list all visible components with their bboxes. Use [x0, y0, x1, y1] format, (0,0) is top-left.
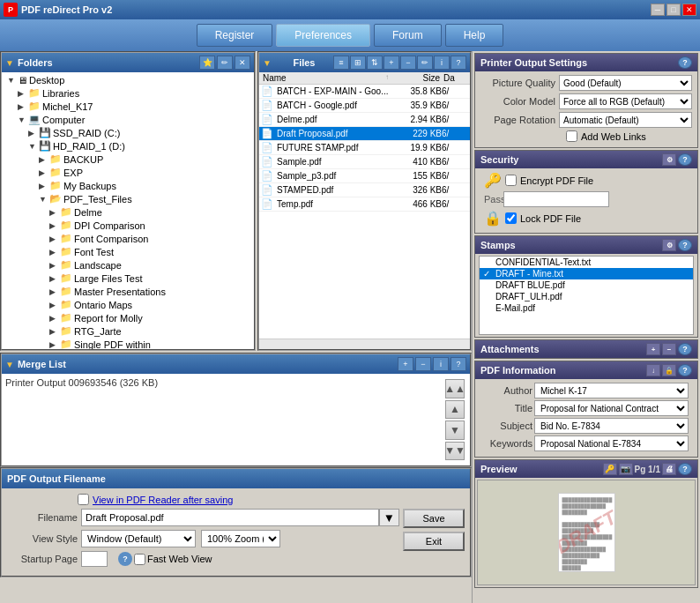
pdf-info-download-icon[interactable]: ↓ — [646, 364, 660, 376]
tree-item-libraries[interactable]: ▶ 📁 Libraries — [4, 86, 252, 100]
merge-help-btn[interactable]: ? — [451, 357, 466, 371]
tree-item-exp[interactable]: ▶ 📁 EXP — [4, 166, 252, 179]
tree-toggle-libraries[interactable]: ▶ — [18, 89, 28, 98]
subject-select[interactable]: Bid No. E-7834 — [534, 418, 689, 434]
tree-item-fonttest[interactable]: ▶ 📁 Font Test — [4, 245, 252, 258]
col-name[interactable]: Name — [261, 73, 385, 83]
tree-toggle-pdftestfiles[interactable]: ▼ — [39, 195, 49, 204]
tree-toggle-fontcomp[interactable]: ▶ — [49, 234, 60, 243]
keywords-select[interactable]: Proposal National E-7834 — [534, 436, 689, 451]
col-size[interactable]: Size — [389, 73, 442, 83]
stamps-gear-icon[interactable]: ⚙ — [662, 239, 676, 251]
file-row[interactable]: 📄 Delme.pdf 2.94 KB 6/ — [259, 113, 470, 127]
tree-toggle-dpicomp[interactable]: ▶ — [49, 221, 60, 230]
tree-item-mybackups[interactable]: ▶ 📁 My Backups — [4, 179, 252, 192]
tree-item-masterpres[interactable]: ▶ 📁 Master Presentations — [4, 285, 252, 298]
merge-remove-btn[interactable]: − — [415, 357, 431, 371]
stamp-item-1[interactable]: ✓ DRAFT - Mine.txt — [480, 268, 693, 279]
security-help-icon[interactable]: ? — [678, 153, 692, 166]
security-gear-icon[interactable]: ⚙ — [662, 153, 676, 166]
merge-move-bottom[interactable]: ▼▼ — [445, 442, 465, 461]
author-select[interactable]: Michel K-17 — [534, 383, 689, 398]
tree-item-pdftestfiles[interactable]: ▼ 📂 PDF_Test_Files — [4, 192, 252, 205]
tree-item-michel[interactable]: ▶ 📁 Michel_K17 — [4, 100, 252, 113]
stamps-list[interactable]: CONFIDENTIAL-Text.txt ✓ DRAFT - Mine.txt… — [479, 256, 694, 335]
files-scrollbar[interactable] — [259, 339, 470, 349]
tree-toggle-masterpres[interactable]: ▶ — [49, 287, 60, 296]
tree-toggle-singlepdf[interactable]: ▶ — [49, 340, 60, 349]
preview-key-icon[interactable]: 🔑 — [603, 463, 617, 475]
tree-toggle-largefiles[interactable]: ▶ — [49, 274, 60, 283]
merge-move-down[interactable]: ▼ — [445, 421, 465, 440]
minimize-button[interactable]: ─ — [651, 4, 665, 16]
file-row[interactable]: 📄 Sample_p3.pdf 155 KB 6/ — [259, 169, 470, 183]
tree-item-fontcomp[interactable]: ▶ 📁 Font Comparison — [4, 232, 252, 245]
close-button[interactable]: ✕ — [682, 4, 696, 16]
folders-icon-remove[interactable]: ✕ — [235, 56, 250, 70]
merge-list-area[interactable]: Printer Output 009693546 (326 KB) — [5, 377, 443, 462]
filename-browse-btn[interactable]: ▼ — [379, 509, 399, 526]
tree-toggle-hd[interactable]: ▼ — [28, 142, 39, 151]
col-date[interactable]: Da — [442, 73, 468, 83]
register-button[interactable]: Register — [197, 24, 273, 47]
file-row[interactable]: 📄 Temp.pdf 466 KB 6/ — [259, 197, 470, 212]
save-button[interactable]: Save — [403, 509, 465, 528]
tree-toggle-fonttest[interactable]: ▶ — [49, 248, 60, 257]
stamp-item-0[interactable]: CONFIDENTIAL-Text.txt — [480, 257, 693, 268]
tree-item-rtgjarte[interactable]: ▶ 📁 RTG_Jarte — [4, 324, 252, 338]
stamp-item-4[interactable]: E-Mail.pdf — [480, 302, 693, 314]
merge-info-btn[interactable]: i — [433, 357, 449, 371]
viewstyle-select[interactable]: Window (Default) — [81, 530, 196, 547]
preview-camera-icon[interactable]: 📷 — [619, 463, 633, 475]
tree-toggle-ssd[interactable]: ▶ — [28, 129, 39, 138]
files-edit[interactable]: ✏ — [417, 56, 433, 70]
tree-toggle-reportmolly[interactable]: ▶ — [49, 314, 60, 323]
restore-button[interactable]: □ — [666, 4, 681, 16]
files-help[interactable]: ? — [451, 56, 466, 70]
files-info[interactable]: i — [434, 56, 450, 70]
exit-button[interactable]: Exit — [403, 532, 465, 551]
picture-quality-select[interactable]: Good (Default) — [559, 75, 692, 91]
fast-web-view-checkbox[interactable] — [134, 554, 145, 565]
tree-item-largefiles[interactable]: ▶ 📁 Large Files Test — [4, 272, 252, 285]
file-row[interactable]: 📄 BATCH - EXP-MAIN - Goo... 35.8 KB 6/ — [259, 85, 470, 99]
zoom-select[interactable]: 100% Zoom (De... — [201, 530, 280, 547]
tree-item-reportmolly[interactable]: ▶ 📁 Report for Molly — [4, 311, 252, 324]
tree-item-backup[interactable]: ▶ 📁 BACKUP — [4, 153, 252, 166]
tree-item-computer[interactable]: ▼ 💻 Computer — [4, 113, 252, 126]
folders-icon-add[interactable]: ⭐ — [199, 56, 215, 70]
color-model-select[interactable]: Force all to RGB (Default) — [559, 93, 692, 109]
file-row[interactable]: 📄 STAMPED.pdf 326 KB 6/ — [259, 183, 470, 197]
files-list[interactable]: Name ↑ Size Da 📄 BATCH - EXP-MAIN - Goo.… — [259, 72, 470, 339]
tree-toggle-landscape[interactable]: ▶ — [49, 261, 60, 270]
view-in-reader-checkbox[interactable] — [78, 494, 89, 505]
files-view-list[interactable]: ≡ — [333, 56, 349, 70]
title-select[interactable]: Proposal for National Contract — [534, 400, 689, 416]
forum-button[interactable]: Forum — [374, 24, 442, 47]
tree-toggle-mybackups[interactable]: ▶ — [39, 182, 49, 190]
pdf-info-lock-icon[interactable]: 🔒 — [662, 364, 676, 376]
merge-move-top[interactable]: ▲▲ — [445, 379, 465, 398]
attachments-remove-icon[interactable]: − — [662, 343, 676, 355]
stamp-item-2[interactable]: DRAFT BLUE.pdf — [480, 279, 693, 291]
tree-item-ontariomaps[interactable]: ▶ 📁 Ontario Maps — [4, 298, 252, 311]
tree-item-desktop[interactable]: ▼ 🖥 Desktop — [4, 74, 252, 86]
view-in-reader-label[interactable]: View in PDF Reader after saving — [93, 495, 233, 505]
tree-item-hd[interactable]: ▼ 💾 HD_RAID_1 (D:) — [4, 139, 252, 153]
preferences-button[interactable]: Preferences — [276, 24, 370, 47]
add-web-links-checkbox[interactable] — [566, 130, 577, 142]
preview-help-icon[interactable]: ? — [678, 463, 692, 475]
encrypt-checkbox[interactable] — [505, 175, 517, 186]
folders-icon-edit[interactable]: ✏ — [217, 56, 233, 70]
tree-toggle-delme[interactable]: ▶ — [49, 208, 60, 217]
attachments-add-icon[interactable]: + — [646, 343, 660, 355]
tree-toggle-backup[interactable]: ▶ — [39, 155, 49, 164]
files-add[interactable]: + — [384, 56, 399, 70]
printer-output-help[interactable]: ? — [678, 56, 692, 69]
stamp-item-3[interactable]: DRAFT_ULH.pdf — [480, 291, 693, 302]
lock-checkbox[interactable] — [505, 212, 517, 224]
startup-input[interactable]: 1 — [81, 551, 108, 567]
tree-toggle-ontariomaps[interactable]: ▶ — [49, 301, 60, 309]
tree-item-dpicomp[interactable]: ▶ 📁 DPI Comparison — [4, 219, 252, 232]
tree-item-delme[interactable]: ▶ 📁 Delme — [4, 205, 252, 219]
